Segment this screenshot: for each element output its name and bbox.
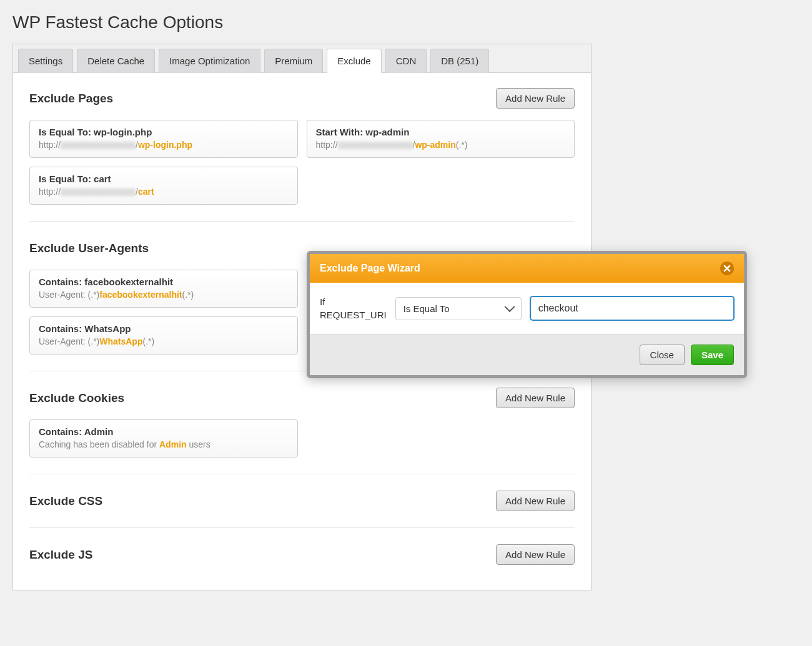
- exclude-page-wizard-dialog: Exclude Page Wizard IfREQUEST_URI Is Equ…: [307, 251, 747, 378]
- add-new-rule-button[interactable]: Add New Rule: [496, 88, 575, 109]
- tab-image-optimization[interactable]: Image Optimization: [159, 49, 260, 73]
- rule-card[interactable]: Contains: Admin Caching has been disable…: [29, 419, 298, 458]
- section-title-js: Exclude JS: [29, 548, 92, 562]
- rule-card[interactable]: Start With: wp-admin http:///wp-admin(.*…: [307, 120, 575, 158]
- section-exclude-pages: Exclude Pages Add New Rule Is Equal To: …: [29, 88, 575, 205]
- section-exclude-css: Exclude CSS Add New Rule: [29, 491, 575, 511]
- close-icon[interactable]: [720, 262, 734, 275]
- tab-delete-cache[interactable]: Delete Cache: [77, 49, 155, 73]
- rule-card[interactable]: Contains: facebookexternalhit User-Agent…: [29, 270, 298, 308]
- rule-subtext: http:///wp-login.php: [39, 140, 289, 150]
- save-button[interactable]: Save: [691, 345, 734, 365]
- section-exclude-js: Exclude JS Add New Rule: [29, 544, 575, 565]
- tab-db[interactable]: DB (251): [430, 49, 489, 73]
- rule-title: Contains: Admin: [39, 426, 289, 437]
- select-value: Is Equal To: [404, 303, 450, 314]
- rule-title: Contains: facebookexternalhit: [39, 277, 289, 287]
- rule-title: Is Equal To: cart: [39, 174, 289, 184]
- rule-subtext: Caching has been disabled for Admin user…: [39, 439, 289, 449]
- tab-settings[interactable]: Settings: [18, 49, 73, 73]
- page-title: WP Fastest Cache Options: [12, 12, 800, 32]
- tab-premium[interactable]: Premium: [264, 49, 323, 73]
- rule-subtext: User-Agent: (.*)facebookexternalhit(.*): [39, 290, 289, 300]
- dialog-title: Exclude Page Wizard: [320, 263, 420, 274]
- close-button[interactable]: Close: [640, 345, 685, 365]
- section-title-css: Exclude CSS: [29, 494, 102, 508]
- rule-card[interactable]: Is Equal To: cart http:///cart: [29, 167, 298, 205]
- add-new-rule-button[interactable]: Add New Rule: [496, 491, 575, 511]
- rule-subtext: http:///wp-admin(.*): [316, 140, 566, 150]
- add-new-rule-button[interactable]: Add New Rule: [496, 388, 575, 408]
- section-title-cookies: Exclude Cookies: [29, 391, 124, 405]
- rule-value-input[interactable]: [530, 296, 734, 320]
- tab-bar: Settings Delete Cache Image Optimization…: [13, 44, 591, 73]
- rule-card[interactable]: Is Equal To: wp-login.php http:///wp-log…: [29, 120, 298, 158]
- section-exclude-cookies: Exclude Cookies Add New Rule Contains: A…: [29, 388, 575, 458]
- section-title-user-agents: Exclude User-Agents: [29, 242, 149, 255]
- tab-cdn[interactable]: CDN: [385, 49, 427, 73]
- options-panel: Settings Delete Cache Image Optimization…: [12, 44, 592, 590]
- tab-exclude[interactable]: Exclude: [327, 49, 381, 73]
- dialog-title-bar[interactable]: Exclude Page Wizard: [310, 254, 744, 283]
- rule-card[interactable]: Contains: WhatsApp User-Agent: (.*)Whats…: [29, 316, 298, 355]
- rule-subtext: http:///cart: [39, 187, 289, 197]
- rule-title: Start With: wp-admin: [316, 127, 566, 137]
- rule-title: Is Equal To: wp-login.php: [39, 127, 289, 137]
- rule-subtext: User-Agent: (.*)WhatsApp(.*): [39, 336, 289, 346]
- add-new-rule-button[interactable]: Add New Rule: [496, 544, 575, 565]
- rule-title: Contains: WhatsApp: [39, 323, 289, 334]
- section-title-pages: Exclude Pages: [29, 92, 113, 105]
- if-request-uri-label: IfREQUEST_URI: [320, 295, 387, 321]
- condition-select[interactable]: Is Equal To: [395, 297, 522, 320]
